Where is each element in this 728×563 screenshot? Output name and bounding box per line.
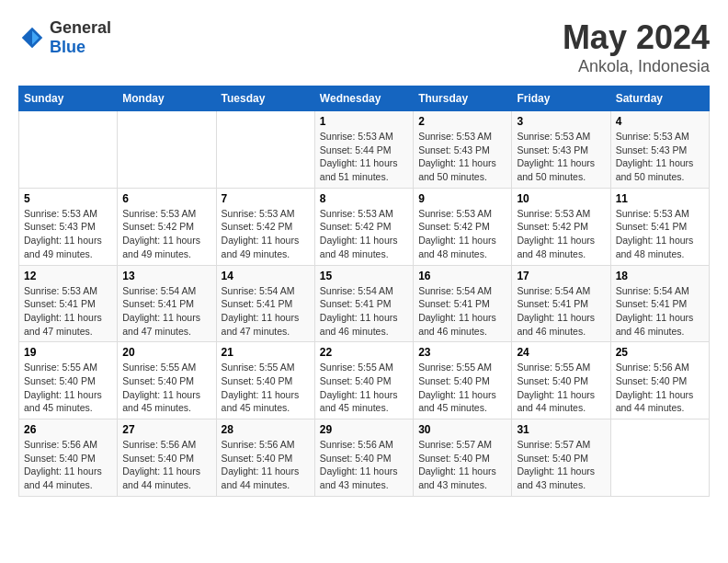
- day-info: Sunrise: 5:54 AMSunset: 5:41 PMDaylight:…: [222, 284, 310, 339]
- calendar-header-cell: Friday: [512, 86, 610, 111]
- logo: General Blue: [18, 18, 111, 57]
- day-info: Sunrise: 5:53 AMSunset: 5:41 PMDaylight:…: [24, 284, 112, 339]
- day-number: 14: [222, 270, 310, 282]
- day-number: 24: [517, 346, 605, 359]
- calendar-cell: 11Sunrise: 5:53 AMSunset: 5:41 PMDayligh…: [610, 188, 709, 265]
- calendar-cell: 21Sunrise: 5:55 AMSunset: 5:40 PMDayligh…: [216, 342, 314, 419]
- day-info: Sunrise: 5:53 AMSunset: 5:43 PMDaylight:…: [616, 130, 704, 184]
- day-number: 8: [320, 192, 408, 205]
- day-info: Sunrise: 5:56 AMSunset: 5:40 PMDaylight:…: [24, 438, 112, 492]
- logo-icon: [18, 24, 46, 52]
- calendar-cell: [118, 111, 216, 189]
- calendar-cell: 27Sunrise: 5:56 AMSunset: 5:40 PMDayligh…: [118, 419, 216, 497]
- calendar-cell: 7Sunrise: 5:53 AMSunset: 5:42 PMDaylight…: [216, 188, 314, 265]
- calendar-header-cell: Saturday: [610, 86, 709, 111]
- calendar-cell: 30Sunrise: 5:57 AMSunset: 5:40 PMDayligh…: [414, 419, 512, 497]
- calendar-body: 1Sunrise: 5:53 AMSunset: 5:44 PMDaylight…: [19, 111, 710, 497]
- title-block: May 2024 Ankola, Indonesia: [563, 18, 710, 76]
- day-info: Sunrise: 5:56 AMSunset: 5:40 PMDaylight:…: [122, 438, 210, 492]
- day-number: 20: [122, 346, 210, 359]
- calendar-cell: 29Sunrise: 5:56 AMSunset: 5:40 PMDayligh…: [314, 419, 413, 497]
- calendar-week-row: 5Sunrise: 5:53 AMSunset: 5:43 PMDaylight…: [19, 188, 710, 265]
- day-info: Sunrise: 5:54 AMSunset: 5:41 PMDaylight:…: [418, 284, 506, 339]
- day-number: 19: [24, 346, 112, 359]
- page-title: May 2024: [563, 18, 710, 57]
- day-number: 13: [122, 270, 210, 282]
- day-info: Sunrise: 5:54 AMSunset: 5:41 PMDaylight:…: [616, 284, 704, 339]
- calendar-cell: 24Sunrise: 5:55 AMSunset: 5:40 PMDayligh…: [512, 342, 610, 419]
- day-number: 4: [616, 115, 704, 128]
- calendar-cell: 19Sunrise: 5:55 AMSunset: 5:40 PMDayligh…: [19, 342, 118, 419]
- logo-general: General: [50, 18, 111, 38]
- day-info: Sunrise: 5:53 AMSunset: 5:42 PMDaylight:…: [418, 207, 506, 261]
- day-number: 26: [24, 423, 112, 436]
- day-info: Sunrise: 5:53 AMSunset: 5:44 PMDaylight:…: [320, 130, 408, 184]
- day-info: Sunrise: 5:53 AMSunset: 5:43 PMDaylight:…: [517, 130, 605, 184]
- day-info: Sunrise: 5:54 AMSunset: 5:41 PMDaylight:…: [517, 284, 605, 339]
- calendar-cell: 3Sunrise: 5:53 AMSunset: 5:43 PMDaylight…: [512, 111, 610, 189]
- calendar-header-cell: Sunday: [19, 86, 118, 111]
- day-info: Sunrise: 5:53 AMSunset: 5:42 PMDaylight:…: [222, 207, 310, 261]
- calendar-cell: 10Sunrise: 5:53 AMSunset: 5:42 PMDayligh…: [512, 188, 610, 265]
- day-number: 3: [517, 115, 605, 128]
- calendar-cell: 13Sunrise: 5:54 AMSunset: 5:41 PMDayligh…: [118, 265, 216, 342]
- day-number: 30: [418, 423, 506, 436]
- calendar-cell: [610, 419, 709, 497]
- logo-text: General Blue: [50, 18, 111, 57]
- day-info: Sunrise: 5:55 AMSunset: 5:40 PMDaylight:…: [517, 361, 605, 415]
- day-info: Sunrise: 5:55 AMSunset: 5:40 PMDaylight:…: [418, 361, 506, 415]
- day-info: Sunrise: 5:53 AMSunset: 5:42 PMDaylight:…: [517, 207, 605, 261]
- day-number: 12: [24, 270, 112, 282]
- day-number: 1: [320, 115, 408, 128]
- calendar-cell: 17Sunrise: 5:54 AMSunset: 5:41 PMDayligh…: [512, 265, 610, 342]
- day-number: 18: [616, 270, 704, 282]
- calendar-cell: 1Sunrise: 5:53 AMSunset: 5:44 PMDaylight…: [314, 111, 413, 189]
- day-info: Sunrise: 5:53 AMSunset: 5:41 PMDaylight:…: [616, 207, 704, 261]
- day-info: Sunrise: 5:54 AMSunset: 5:41 PMDaylight:…: [122, 284, 210, 339]
- calendar-header-cell: Thursday: [414, 86, 512, 111]
- day-info: Sunrise: 5:53 AMSunset: 5:42 PMDaylight:…: [320, 207, 408, 261]
- day-number: 25: [616, 346, 704, 359]
- calendar-cell: 20Sunrise: 5:55 AMSunset: 5:40 PMDayligh…: [118, 342, 216, 419]
- day-number: 11: [616, 192, 704, 205]
- day-number: 21: [222, 346, 310, 359]
- day-number: 29: [320, 423, 408, 436]
- calendar-cell: 28Sunrise: 5:56 AMSunset: 5:40 PMDayligh…: [216, 419, 314, 497]
- calendar-cell: 6Sunrise: 5:53 AMSunset: 5:42 PMDaylight…: [118, 188, 216, 265]
- day-info: Sunrise: 5:56 AMSunset: 5:40 PMDaylight:…: [222, 438, 310, 492]
- day-info: Sunrise: 5:54 AMSunset: 5:41 PMDaylight:…: [320, 284, 408, 339]
- day-number: 22: [320, 346, 408, 359]
- calendar-week-row: 12Sunrise: 5:53 AMSunset: 5:41 PMDayligh…: [19, 265, 710, 342]
- calendar-cell: [19, 111, 118, 189]
- calendar-cell: 14Sunrise: 5:54 AMSunset: 5:41 PMDayligh…: [216, 265, 314, 342]
- calendar-header-row: SundayMondayTuesdayWednesdayThursdayFrid…: [19, 86, 710, 111]
- calendar-week-row: 1Sunrise: 5:53 AMSunset: 5:44 PMDaylight…: [19, 111, 710, 189]
- calendar-week-row: 26Sunrise: 5:56 AMSunset: 5:40 PMDayligh…: [19, 419, 710, 497]
- day-number: 23: [418, 346, 506, 359]
- calendar-cell: 26Sunrise: 5:56 AMSunset: 5:40 PMDayligh…: [19, 419, 118, 497]
- calendar-cell: [216, 111, 314, 189]
- day-info: Sunrise: 5:53 AMSunset: 5:43 PMDaylight:…: [24, 207, 112, 261]
- calendar-header-cell: Wednesday: [314, 86, 413, 111]
- day-info: Sunrise: 5:55 AMSunset: 5:40 PMDaylight:…: [222, 361, 310, 415]
- calendar-header-cell: Monday: [118, 86, 216, 111]
- page-subtitle: Ankola, Indonesia: [563, 57, 710, 76]
- day-info: Sunrise: 5:53 AMSunset: 5:42 PMDaylight:…: [122, 207, 210, 261]
- calendar-cell: 18Sunrise: 5:54 AMSunset: 5:41 PMDayligh…: [610, 265, 709, 342]
- day-number: 7: [222, 192, 310, 205]
- calendar-cell: 31Sunrise: 5:57 AMSunset: 5:40 PMDayligh…: [512, 419, 610, 497]
- day-number: 9: [418, 192, 506, 205]
- calendar-cell: 25Sunrise: 5:56 AMSunset: 5:40 PMDayligh…: [610, 342, 709, 419]
- calendar-week-row: 19Sunrise: 5:55 AMSunset: 5:40 PMDayligh…: [19, 342, 710, 419]
- calendar-cell: 4Sunrise: 5:53 AMSunset: 5:43 PMDaylight…: [610, 111, 709, 189]
- calendar-cell: 16Sunrise: 5:54 AMSunset: 5:41 PMDayligh…: [414, 265, 512, 342]
- day-info: Sunrise: 5:55 AMSunset: 5:40 PMDaylight:…: [122, 361, 210, 415]
- calendar-cell: 2Sunrise: 5:53 AMSunset: 5:43 PMDaylight…: [414, 111, 512, 189]
- logo-blue: Blue: [50, 38, 111, 57]
- calendar-header-cell: Tuesday: [216, 86, 314, 111]
- page-header: General Blue May 2024 Ankola, Indonesia: [18, 18, 710, 76]
- day-number: 5: [24, 192, 112, 205]
- day-info: Sunrise: 5:55 AMSunset: 5:40 PMDaylight:…: [320, 361, 408, 415]
- day-number: 27: [122, 423, 210, 436]
- day-number: 6: [122, 192, 210, 205]
